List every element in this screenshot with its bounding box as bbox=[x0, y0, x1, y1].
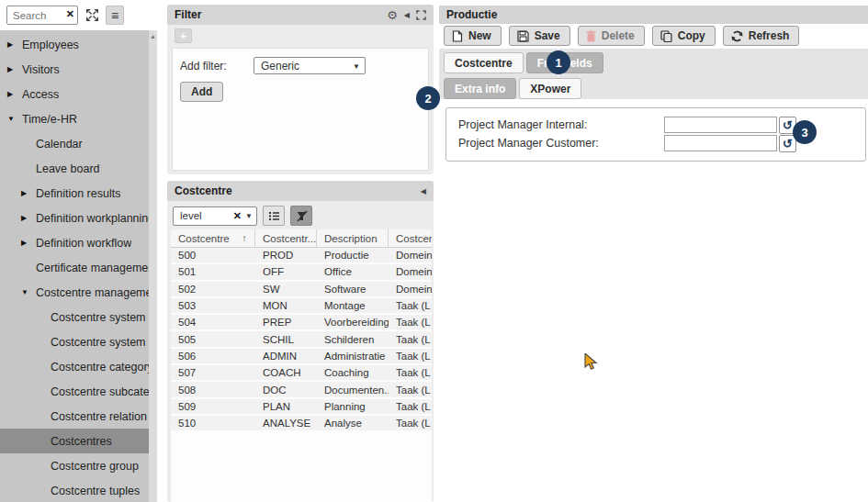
tree-item[interactable]: Time/e-HR bbox=[0, 106, 149, 131]
list-icon bbox=[268, 210, 280, 222]
cell-description: Schilderen bbox=[317, 334, 389, 345]
field-input[interactable] bbox=[664, 117, 777, 133]
refresh-button[interactable]: Refresh bbox=[723, 26, 800, 46]
chevron-down-icon: ▼ bbox=[353, 62, 360, 71]
tree-item-label: Costcentres bbox=[51, 435, 112, 448]
tree-item[interactable]: Leave board bbox=[0, 156, 149, 181]
save-button[interactable]: Save bbox=[509, 26, 570, 46]
tree-item[interactable]: Costcentre tuples bbox=[0, 478, 149, 502]
column-header-label: Costcentr... bbox=[263, 233, 316, 244]
cell-costcentre: 504 bbox=[171, 317, 255, 328]
tree-item[interactable]: Definition results bbox=[0, 181, 149, 206]
table-row[interactable]: 504 PREP Voorbereiding Taak (L bbox=[171, 315, 432, 331]
tree-item[interactable]: Definition workplanning bbox=[0, 206, 149, 230]
table-row[interactable]: 505 SCHIL Schilderen Taak (L bbox=[171, 331, 432, 348]
cell-type: Taak (L bbox=[389, 334, 432, 345]
cell-type: Taak (L bbox=[389, 351, 432, 362]
cell-code: COACH bbox=[255, 367, 317, 378]
cell-type: Taak (L bbox=[389, 367, 432, 378]
clear-filter-button[interactable] bbox=[290, 206, 312, 226]
tab-extra-info[interactable]: Extra info bbox=[444, 78, 516, 99]
table-row[interactable]: 506 ADMIN Administratie Taak (L bbox=[171, 349, 432, 365]
chevron-down-icon[interactable]: ▼ bbox=[245, 212, 253, 220]
cell-code: ANALYSE bbox=[255, 418, 317, 429]
button-label: Refresh bbox=[749, 29, 790, 42]
level-filter-combobox[interactable]: level ✕ ▼ bbox=[173, 206, 257, 226]
tab-costcentre[interactable]: Costcentre bbox=[444, 52, 524, 73]
column-header-costcentre-2[interactable]: Costcentr... bbox=[255, 229, 317, 247]
collapse-panel-icon[interactable]: ◀ bbox=[404, 11, 410, 19]
search-clear-icon[interactable]: ✕ bbox=[66, 8, 74, 20]
productie-toolbar: New Save Delete bbox=[444, 26, 799, 46]
tree-item[interactable]: Costcentre group bbox=[0, 453, 149, 478]
table-row[interactable]: 509 PLAN Planning Taak (L bbox=[171, 399, 432, 416]
filter-type-select[interactable]: Generic ▼ bbox=[254, 57, 366, 74]
table-row[interactable]: 503 MON Montage Taak (L bbox=[171, 298, 432, 315]
column-header-costcentre-type[interactable]: Costcent bbox=[389, 229, 432, 247]
tree-item[interactable]: Costcentre category bbox=[0, 354, 149, 379]
gear-icon[interactable]: ⚙ bbox=[387, 9, 398, 21]
expand-arrows-icon bbox=[86, 9, 98, 21]
column-header-label: Costcentre bbox=[178, 233, 230, 244]
cell-description: Office bbox=[317, 266, 389, 277]
tab-band: Costcentre Free fields Extra info XPower bbox=[439, 49, 868, 99]
tree-toggle-icon[interactable] bbox=[21, 288, 36, 296]
column-list-button[interactable] bbox=[263, 206, 285, 226]
tree-item-label: Employees bbox=[22, 39, 79, 51]
delete-button[interactable]: Delete bbox=[578, 26, 645, 46]
tree-item[interactable]: Costcentre management bbox=[0, 280, 149, 305]
app-window: ✕ ≡ Employees Visitors bbox=[0, 0, 868, 502]
copy-button[interactable]: Copy bbox=[652, 26, 716, 46]
tree-toggle-icon[interactable] bbox=[21, 189, 36, 197]
tree-toggle-icon[interactable] bbox=[21, 239, 36, 247]
annotation-badge-3: 3 bbox=[793, 120, 817, 144]
sidebar-scrollbar[interactable]: ▲ bbox=[149, 30, 157, 502]
tree-toggle-icon[interactable] bbox=[7, 90, 22, 98]
scroll-up-icon[interactable]: ▲ bbox=[150, 33, 156, 39]
filter-off-icon bbox=[296, 210, 308, 222]
table-row[interactable]: 510 ANALYSE Analyse Taak (L bbox=[171, 416, 432, 432]
tree-item[interactable]: Certificate management bbox=[0, 255, 149, 280]
cell-description: Administratie bbox=[317, 351, 389, 362]
tree-toggle-icon[interactable] bbox=[21, 214, 36, 222]
tree-item[interactable]: Costcentre system g... bbox=[0, 329, 149, 354]
sidebar-search-row: ✕ ≡ bbox=[0, 0, 156, 30]
tree-item[interactable]: Calendar bbox=[0, 131, 149, 156]
tree-toggle-icon[interactable] bbox=[7, 115, 22, 123]
tree-item-label: Costcentre subcateg... bbox=[51, 385, 149, 398]
table-row[interactable]: 500 PROD Productie Domein bbox=[171, 248, 432, 264]
add-button[interactable]: Add bbox=[180, 82, 223, 102]
tree-item[interactable]: Costcentre system bbox=[0, 305, 149, 329]
tree-item[interactable]: Costcentres bbox=[0, 429, 149, 453]
table-row[interactable]: 501 OFF Office Domein bbox=[171, 264, 432, 281]
cell-costcentre: 508 bbox=[171, 385, 255, 396]
button-label: Delete bbox=[602, 29, 635, 42]
add-filter-tab-button[interactable]: + bbox=[175, 28, 192, 43]
clear-icon[interactable]: ✕ bbox=[233, 210, 242, 222]
field-input[interactable] bbox=[664, 135, 777, 151]
tree-item[interactable]: Definition workflow bbox=[0, 230, 149, 255]
new-document-icon bbox=[452, 30, 463, 42]
column-header-description[interactable]: Description bbox=[317, 229, 389, 247]
tree-item[interactable]: Costcentre subcateg... bbox=[0, 379, 149, 404]
expand-all-button[interactable] bbox=[83, 6, 101, 25]
cell-code: OFF bbox=[255, 266, 317, 277]
tree-item[interactable]: Visitors bbox=[0, 57, 149, 82]
table-row[interactable]: 508 DOC Documenten... Taak (L bbox=[171, 382, 432, 398]
tab-xpower[interactable]: XPower bbox=[519, 78, 581, 99]
collapse-panel-icon[interactable]: ◀ bbox=[421, 187, 426, 195]
table-row[interactable]: 507 COACH Coaching Taak (L bbox=[171, 365, 432, 382]
sidebar-menu-button[interactable]: ≡ bbox=[106, 6, 124, 25]
tree-item[interactable]: Costcentre relation bbox=[0, 404, 149, 429]
cell-description: Software bbox=[317, 284, 389, 295]
new-button[interactable]: New bbox=[444, 26, 502, 46]
tree-toggle-icon[interactable] bbox=[7, 65, 22, 73]
tree-item[interactable]: Employees bbox=[0, 32, 149, 57]
tree-item[interactable]: Access bbox=[0, 82, 149, 106]
table-row[interactable]: 502 SW Software Domein bbox=[171, 282, 432, 298]
maximize-panel-icon[interactable] bbox=[416, 10, 426, 20]
cell-type: Taak (L bbox=[389, 401, 432, 412]
column-header-costcentre[interactable]: Costcentre ↑ bbox=[171, 229, 255, 247]
copy-icon bbox=[660, 30, 672, 42]
tree-toggle-icon[interactable] bbox=[7, 40, 22, 49]
